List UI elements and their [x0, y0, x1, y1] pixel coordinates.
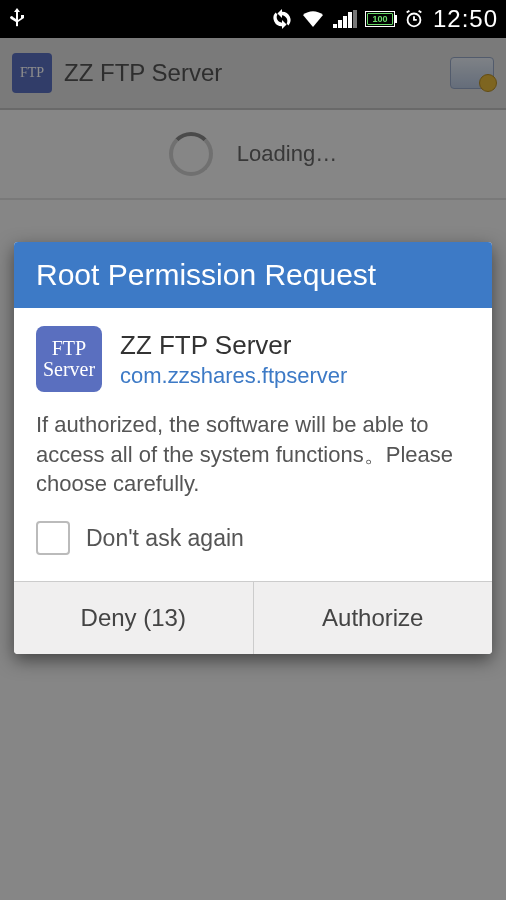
dont-ask-row[interactable]: Don't ask again	[36, 517, 470, 569]
sync-icon	[271, 8, 293, 30]
battery-icon: 100	[365, 11, 395, 27]
status-bar: 100 12:50	[0, 0, 506, 38]
clock: 12:50	[433, 5, 498, 33]
app-icon-large: FTPServer	[36, 326, 102, 392]
battery-text: 100	[372, 14, 387, 24]
dialog-title: Root Permission Request	[14, 242, 492, 308]
alarm-icon	[403, 8, 425, 30]
app-package: com.zzshares.ftpserver	[120, 363, 347, 389]
dont-ask-checkbox[interactable]	[36, 521, 70, 555]
dialog-buttons: Deny (13) Authorize	[14, 581, 492, 654]
app-name: ZZ FTP Server	[120, 330, 347, 361]
wifi-icon	[301, 9, 325, 29]
app-info-row: FTPServer ZZ FTP Server com.zzshares.ftp…	[36, 326, 470, 392]
dialog-message: If authorized, the software will be able…	[36, 410, 470, 499]
deny-button[interactable]: Deny (13)	[14, 582, 254, 654]
authorize-button[interactable]: Authorize	[254, 582, 493, 654]
signal-icon	[333, 10, 357, 28]
dont-ask-label: Don't ask again	[86, 525, 244, 552]
root-permission-dialog: Root Permission Request FTPServer ZZ FTP…	[14, 242, 492, 654]
usb-icon	[8, 6, 26, 32]
